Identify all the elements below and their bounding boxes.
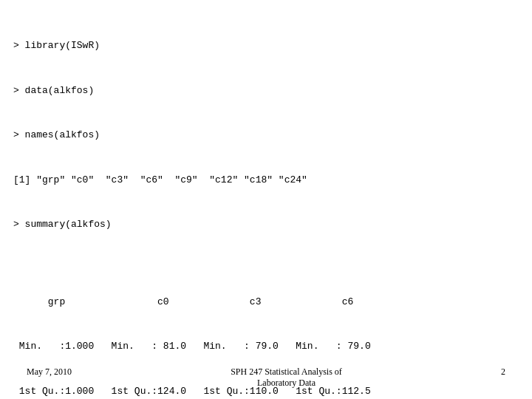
- summary-row-1-1: Min. :1.000 Min. : 81.0 Min. : 79.0 Min.…: [13, 339, 519, 354]
- code-line-3: > names(alkfos): [13, 128, 519, 143]
- footer-right: 2: [501, 366, 505, 389]
- footer-center-line1: SPH 247 Statistical Analysis of: [72, 366, 501, 378]
- footer: May 7, 2010 SPH 247 Statistical Analysis…: [0, 366, 532, 389]
- footer-center: SPH 247 Statistical Analysis of Laborato…: [72, 366, 501, 389]
- code-block: > library(ISwR) > data(alkfos) > names(a…: [13, 9, 519, 262]
- main-content: > library(ISwR) > data(alkfos) > names(a…: [0, 0, 532, 399]
- summary-header-1: grp c0 c3 c6: [13, 295, 519, 310]
- footer-center-line2: Laboratory Data: [72, 378, 501, 389]
- code-line-5: > summary(alkfos): [13, 217, 519, 232]
- code-line-2: > data(alkfos): [13, 83, 519, 98]
- code-line-1: > library(ISwR): [13, 38, 519, 53]
- code-line-4: [1] "grp" "c0" "c3" "c6" "c9" "c12" "c18…: [13, 173, 519, 188]
- footer-left: May 7, 2010: [27, 366, 72, 389]
